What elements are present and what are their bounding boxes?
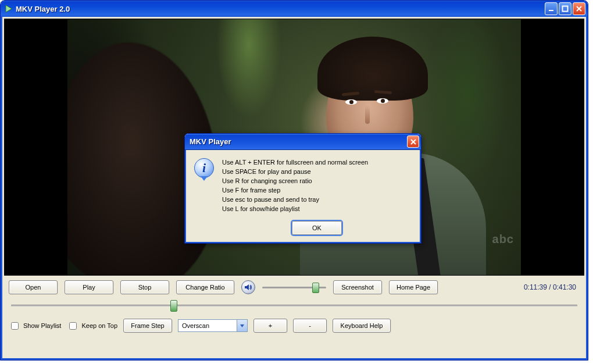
svg-marker-3	[245, 284, 249, 290]
broadcast-watermark: abc	[492, 233, 514, 246]
play-button[interactable]: Play	[65, 280, 113, 294]
titlebar[interactable]: MKV Player 2.0	[1, 1, 588, 17]
svg-marker-4	[240, 324, 244, 327]
keep-on-top-checkbox[interactable]: Keep on Top	[67, 320, 117, 331]
overscan-value: Overscan	[178, 322, 237, 329]
open-button[interactable]: Open	[9, 280, 58, 294]
show-playlist-checkbox[interactable]: Show Playlist	[9, 320, 61, 331]
change-ratio-button[interactable]: Change Ratio	[176, 280, 234, 294]
time-total: 0:41:30	[553, 283, 576, 291]
info-icon: i	[194, 158, 214, 178]
maximize-button[interactable]	[559, 2, 571, 15]
time-display: 0:11:39 / 0:41:30	[524, 283, 580, 291]
svg-rect-2	[563, 6, 568, 12]
keyboard-help-dialog: MKV Player i Use ALT + ENTER for fullscr…	[184, 133, 421, 244]
app-icon	[4, 4, 13, 13]
close-button[interactable]	[573, 2, 585, 15]
zoom-in-button[interactable]: +	[253, 319, 287, 333]
overscan-combo[interactable]: Overscan	[178, 319, 248, 332]
dialog-ok-button[interactable]: OK	[292, 221, 342, 235]
seek-slider[interactable]	[11, 299, 577, 312]
minimize-button[interactable]	[545, 2, 558, 15]
dialog-titlebar[interactable]: MKV Player	[185, 134, 421, 150]
dialog-close-button[interactable]	[407, 135, 419, 148]
volume-slider[interactable]	[262, 281, 326, 293]
chevron-down-icon	[237, 320, 247, 331]
time-current: 0:11:39	[524, 283, 547, 291]
svg-rect-1	[549, 10, 553, 11]
main-window: MKV Player 2.0 abc	[0, 0, 588, 361]
keyboard-help-button[interactable]: Keyboard Help	[333, 319, 391, 333]
window-title: MKV Player 2.0	[16, 5, 70, 13]
screenshot-button[interactable]: Screenshot	[333, 280, 382, 294]
dialog-title: MKV Player	[190, 137, 406, 146]
stop-button[interactable]: Stop	[120, 280, 169, 294]
frame-step-button[interactable]: Frame Step	[123, 319, 172, 333]
dialog-text: Use ALT + ENTER for fullscreen and norma…	[222, 158, 412, 214]
svg-marker-0	[6, 5, 12, 12]
zoom-out-button[interactable]: -	[293, 319, 327, 333]
home-page-button[interactable]: Home Page	[389, 280, 438, 294]
speaker-icon[interactable]	[241, 280, 255, 294]
